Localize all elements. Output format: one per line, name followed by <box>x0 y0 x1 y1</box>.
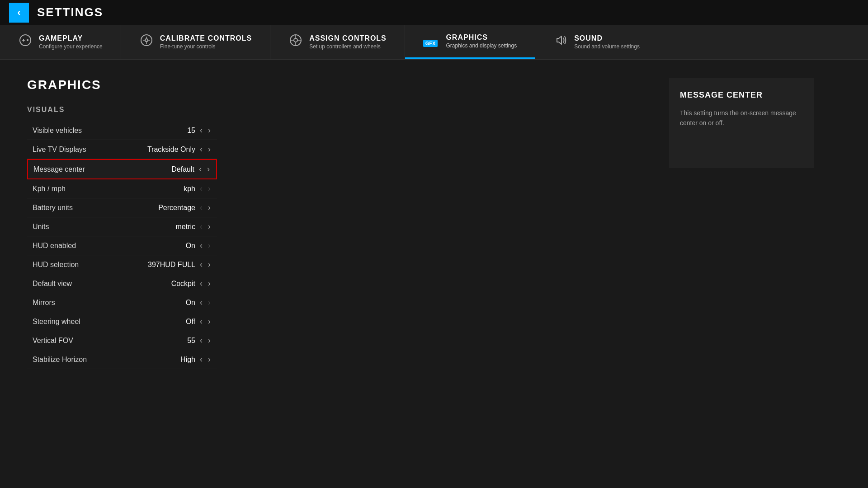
setting-row-visible-vehicles[interactable]: Visible vehicles 15 ‹ › <box>27 121 217 140</box>
message-center-panel-description: This setting turns the on-screen message… <box>680 108 803 128</box>
hud-enabled-control: On ‹ › <box>159 241 212 250</box>
speaker-icon <box>553 33 568 51</box>
default-view-right-arrow[interactable]: › <box>207 279 212 288</box>
battery-units-right-arrow[interactable]: › <box>207 203 212 212</box>
kph-mph-value: kph <box>159 185 195 193</box>
gfx-badge: GFX <box>423 40 438 47</box>
units-right-arrow[interactable]: › <box>207 222 212 231</box>
message-center-right-arrow[interactable]: › <box>206 164 211 174</box>
kph-mph-control: kph ‹ › <box>159 184 212 193</box>
message-center-left-arrow[interactable]: ‹ <box>198 164 203 174</box>
visible-vehicles-left-arrow[interactable]: ‹ <box>199 126 203 135</box>
hud-enabled-right-arrow: › <box>207 241 212 250</box>
sound-tab-title: SOUND <box>574 34 640 42</box>
steering-wheel-left-arrow[interactable]: ‹ <box>199 317 203 326</box>
kph-mph-right-arrow: › <box>207 184 212 193</box>
default-view-control: Cockpit ‹ › <box>159 279 212 288</box>
gameplay-tab-title: GAMEPLAY <box>39 34 103 42</box>
wheel-icon <box>288 33 303 51</box>
gamepad-icon <box>18 33 33 51</box>
sound-tab-text: SOUND Sound and volume settings <box>574 34 640 50</box>
calibrate-tab-subtitle: Fine-tune your controls <box>160 43 252 50</box>
hud-enabled-left-arrow[interactable]: ‹ <box>199 241 203 250</box>
steering-wheel-value: Off <box>159 318 195 326</box>
hud-selection-left-arrow[interactable]: ‹ <box>199 260 203 269</box>
setting-row-steering-wheel[interactable]: Steering wheel Off ‹ › <box>27 312 217 331</box>
default-view-value: Cockpit <box>159 280 195 288</box>
message-center-label: Message center <box>33 165 85 174</box>
live-tv-right-arrow[interactable]: › <box>207 145 212 154</box>
hud-selection-value: 397HUD FULL <box>148 261 195 269</box>
setting-row-hud-selection[interactable]: HUD selection 397HUD FULL ‹ › <box>27 255 217 274</box>
tab-assign[interactable]: ASSIGN CONTROLS Set up controllers and w… <box>270 25 405 59</box>
message-center-value: Default <box>158 165 194 174</box>
back-button[interactable]: ‹ <box>9 3 29 23</box>
steering-wheel-right-arrow[interactable]: › <box>207 317 212 326</box>
main-content: GRAPHICS VISUALS Visible vehicles 15 ‹ ›… <box>0 60 868 487</box>
setting-row-message-center[interactable]: Message center Default ‹ › <box>27 159 217 179</box>
tab-sound[interactable]: SOUND Sound and volume settings <box>535 25 658 59</box>
setting-row-default-view[interactable]: Default view Cockpit ‹ › <box>27 274 217 293</box>
units-value: metric <box>159 223 195 231</box>
setting-row-stabilize-horizon[interactable]: Stabilize Horizon High ‹ › <box>27 350 217 369</box>
stabilize-horizon-control: High ‹ › <box>159 355 212 364</box>
live-tv-control: Trackside Only ‹ › <box>147 145 212 154</box>
stabilize-horizon-left-arrow[interactable]: ‹ <box>199 355 203 364</box>
setting-row-mirrors[interactable]: Mirrors On ‹ › <box>27 293 217 312</box>
graphics-tab-subtitle: Graphics and display settings <box>446 42 517 49</box>
units-control: metric ‹ › <box>159 222 212 231</box>
setting-row-vertical-fov[interactable]: Vertical FOV 55 ‹ › <box>27 331 217 350</box>
hud-enabled-label: HUD enabled <box>33 242 76 250</box>
vertical-fov-control: 55 ‹ › <box>159 336 212 345</box>
sound-tab-subtitle: Sound and volume settings <box>574 43 640 50</box>
setting-row-battery-units[interactable]: Battery units Percentage ‹ › <box>27 198 217 217</box>
vertical-fov-value: 55 <box>159 337 195 345</box>
steering-wheel-label: Steering wheel <box>33 318 80 326</box>
steering-wheel-control: Off ‹ › <box>159 317 212 326</box>
mirrors-left-arrow[interactable]: ‹ <box>199 298 203 307</box>
setting-row-hud-enabled[interactable]: HUD enabled On ‹ › <box>27 236 217 255</box>
stabilize-horizon-label: Stabilize Horizon <box>33 356 87 364</box>
kph-mph-left-arrow: ‹ <box>199 184 203 193</box>
gameplay-tab-text: GAMEPLAY Configure your experience <box>39 34 103 50</box>
stabilize-horizon-right-arrow[interactable]: › <box>207 355 212 364</box>
mirrors-value: On <box>159 299 195 307</box>
dial-icon <box>139 33 154 51</box>
default-view-label: Default view <box>33 280 72 288</box>
battery-units-label: Battery units <box>33 204 73 212</box>
graphics-tab-title: GRAPHICS <box>446 33 517 42</box>
calibrate-tab-text: CALIBRATE CONTROLS Fine-tune your contro… <box>160 34 252 50</box>
mirrors-label: Mirrors <box>33 299 55 307</box>
default-view-left-arrow[interactable]: ‹ <box>199 279 203 288</box>
live-tv-label: Live TV Displays <box>33 145 86 154</box>
live-tv-value: Trackside Only <box>147 145 195 154</box>
tab-graphics[interactable]: GFX GRAPHICS Graphics and display settin… <box>405 25 535 59</box>
tab-gameplay[interactable]: GAMEPLAY Configure your experience <box>0 25 121 59</box>
hud-selection-label: HUD selection <box>33 261 79 269</box>
topbar: ‹ SETTINGS <box>0 0 868 25</box>
kph-mph-label: Kph / mph <box>33 185 66 193</box>
gfx-icon: GFX <box>423 34 440 48</box>
hud-selection-right-arrow[interactable]: › <box>207 260 212 269</box>
tab-calibrate[interactable]: CALIBRATE CONTROLS Fine-tune your contro… <box>121 25 270 59</box>
hud-enabled-value: On <box>159 242 195 250</box>
visible-vehicles-control: 15 ‹ › <box>159 126 212 135</box>
battery-units-control: Percentage ‹ › <box>158 203 212 212</box>
visible-vehicles-label: Visible vehicles <box>33 127 82 135</box>
nav-tabs: GAMEPLAY Configure your experience CALIB… <box>0 25 868 60</box>
vertical-fov-left-arrow[interactable]: ‹ <box>199 336 203 345</box>
setting-row-live-tv[interactable]: Live TV Displays Trackside Only ‹ › <box>27 140 217 159</box>
vertical-fov-label: Vertical FOV <box>33 337 73 345</box>
setting-row-units[interactable]: Units metric ‹ › <box>27 217 217 236</box>
setting-row-kph-mph[interactable]: Kph / mph kph ‹ › <box>27 179 217 198</box>
svg-point-4 <box>294 38 297 42</box>
visible-vehicles-right-arrow[interactable]: › <box>207 126 212 135</box>
svg-point-1 <box>141 35 152 46</box>
assign-tab-text: ASSIGN CONTROLS Set up controllers and w… <box>309 34 387 50</box>
assign-tab-subtitle: Set up controllers and wheels <box>309 43 387 50</box>
assign-tab-title: ASSIGN CONTROLS <box>309 34 387 42</box>
vertical-fov-right-arrow[interactable]: › <box>207 336 212 345</box>
live-tv-left-arrow[interactable]: ‹ <box>199 145 203 154</box>
battery-units-left-arrow: ‹ <box>199 203 203 212</box>
stabilize-horizon-value: High <box>159 356 195 364</box>
